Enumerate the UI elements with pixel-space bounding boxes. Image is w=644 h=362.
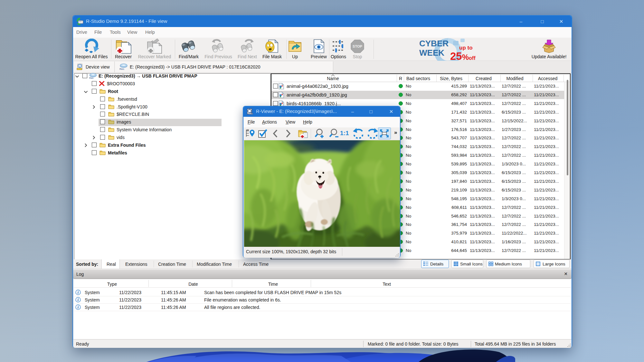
svg-text:25%off: 25%off	[450, 50, 476, 61]
svg-text:STOP: STOP	[353, 44, 362, 48]
svg-text:CYBER: CYBER	[419, 39, 449, 48]
svg-text:WEEK: WEEK	[419, 48, 444, 58]
svg-text:Rec.: Rec.	[89, 77, 94, 79]
svg-text:Rec.: Rec.	[119, 68, 125, 70]
